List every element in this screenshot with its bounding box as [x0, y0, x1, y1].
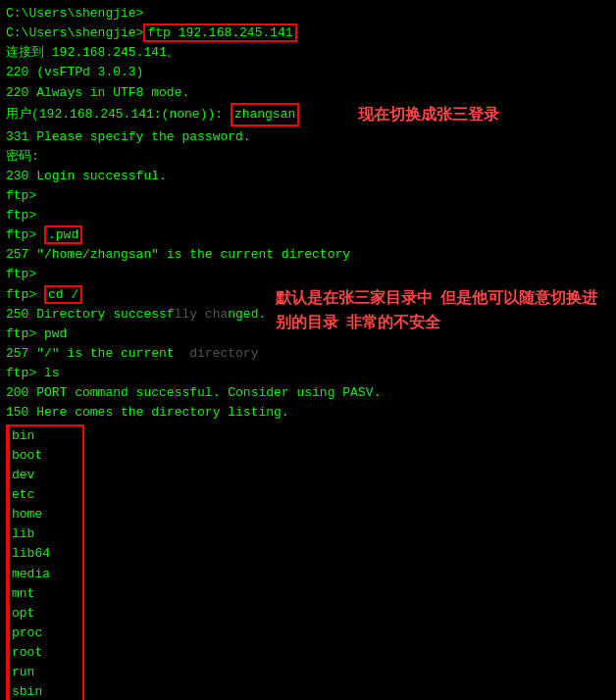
- terminal-line: 230 Login successful.: [6, 167, 610, 186]
- dir-entry-bin: bin: [8, 426, 82, 446]
- terminal-line: 用户(192.168.245.141:(none)): zhangsan 现在切…: [6, 103, 610, 127]
- dir-entry-boot: boot: [8, 446, 82, 466]
- dir-entry-lib: lib: [8, 525, 82, 544]
- terminal-line: ftp> ls: [6, 364, 266, 383]
- dir-entry-dev: dev: [8, 466, 82, 485]
- cd-command-highlight: cd /: [44, 285, 82, 304]
- terminal-line: 连接到 192.168.245.141。: [6, 43, 610, 63]
- terminal-line: ftp> .pwd: [6, 225, 610, 245]
- terminal-line: ftp>: [6, 265, 610, 284]
- dir-entry-root: root: [8, 643, 82, 663]
- ftp-command-highlight: ftp 192.168.245.141: [143, 24, 296, 42]
- terminal-line: ftp>: [6, 186, 610, 206]
- terminal-line: 200 PORT command successful. Consider us…: [6, 383, 610, 403]
- terminal-line: ftp> pwd: [6, 325, 266, 344]
- dir-entry-mnt: mnt: [8, 584, 82, 604]
- dir-entry-lib64: lib64: [8, 544, 82, 564]
- directory-listing: bin boot dev etc home lib lib64 media mn…: [6, 425, 84, 700]
- dir-entry-proc: proc: [8, 624, 82, 643]
- annotation-1: 现在切换成张三登录: [358, 103, 499, 127]
- terminal-line: 257 "/" is the current directory: [6, 344, 266, 364]
- terminal-line: 257 "/home/zhangsan" is the current dire…: [6, 245, 610, 265]
- terminal-line: 220 Always in UTF8 mode.: [6, 83, 610, 103]
- dir-entry-home: home: [8, 505, 82, 525]
- username-highlight: zhangsan: [231, 103, 299, 126]
- terminal-line: ftp> cd /: [6, 285, 266, 305]
- terminal-window: C:\Users\shengjie> C:\Users\shengjie>ftp…: [0, 0, 616, 700]
- terminal-line: C:\Users\shengjie>ftp 192.168.245.141: [6, 24, 610, 43]
- dir-entry-etc: etc: [8, 485, 82, 505]
- terminal-line: C:\Users\shengjie>: [6, 4, 610, 24]
- dir-entry-run: run: [8, 663, 82, 682]
- terminal-line: 220 (vsFTPd 3.0.3): [6, 63, 610, 82]
- dir-entry-sbin: sbin: [8, 682, 82, 700]
- terminal-line: ftp>: [6, 206, 610, 225]
- dir-entry-media: media: [8, 565, 82, 584]
- terminal-line: 150 Here comes the directory listing.: [6, 403, 610, 423]
- annotation-4: 非常的不安全: [346, 314, 440, 330]
- terminal-line: 250 Directory successflly changed.: [6, 305, 266, 325]
- pwd-command-highlight: .pwd: [44, 225, 82, 244]
- terminal-line: 密码:: [6, 147, 610, 167]
- dir-entry-opt: opt: [8, 604, 82, 624]
- user-prompt: 用户(192.168.245.141:(none)):: [6, 105, 231, 125]
- annotation-2: 默认是在张三家目录中: [276, 289, 433, 306]
- terminal-line: 331 Please specify the password.: [6, 127, 610, 147]
